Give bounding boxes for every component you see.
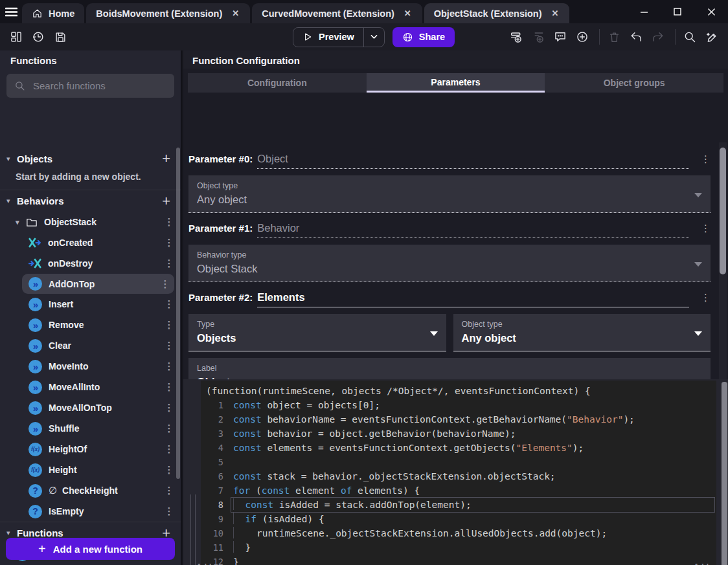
- row-menu-icon[interactable]: ⋮: [160, 278, 170, 290]
- parameter-0-object-type-select[interactable]: Object type Any object: [188, 175, 711, 213]
- titlebar-tab-curvedmovement[interactable]: CurvedMovement (Extension)✕: [252, 3, 422, 23]
- row-menu-icon[interactable]: ⋮: [164, 485, 174, 496]
- redo-icon[interactable]: [648, 27, 668, 47]
- add-event-icon[interactable]: [506, 27, 526, 47]
- code-line-4[interactable]: 4const elements = eventsFunctionContext.…: [201, 441, 716, 455]
- parameter-2-object-type-select[interactable]: Object type Any object: [453, 314, 711, 351]
- edit-icon[interactable]: [702, 27, 722, 47]
- row-menu-icon[interactable]: ⋮: [164, 360, 174, 372]
- close-tab-icon[interactable]: ✕: [403, 8, 413, 18]
- preview-dropdown-button[interactable]: [364, 28, 384, 47]
- maximize-button[interactable]: [661, 0, 694, 23]
- function-row-oncreated[interactable]: onCreated⋮: [0, 232, 181, 253]
- search-functions-box[interactable]: [6, 74, 174, 98]
- function-row-insert[interactable]: »Insert⋮: [0, 294, 181, 315]
- row-menu-icon[interactable]: ⋮: [164, 464, 174, 476]
- sidebar-scrollbar[interactable]: [176, 148, 180, 479]
- parameter-1-behavior-type-select[interactable]: Behavior type Object Stack: [188, 245, 711, 282]
- row-menu-icon[interactable]: ⋮: [164, 443, 174, 455]
- search-functions-input[interactable]: [32, 80, 166, 92]
- behavior-action-icon: »: [28, 318, 42, 332]
- function-row-shuffle[interactable]: »Shuffle⋮: [0, 418, 181, 439]
- main-menu-button[interactable]: [0, 0, 22, 23]
- panels-icon[interactable]: [6, 27, 26, 47]
- search-icon[interactable]: [680, 27, 700, 47]
- row-menu-icon[interactable]: ⋮: [164, 237, 174, 249]
- parameter-2-menu-icon[interactable]: ⋮: [701, 292, 711, 304]
- row-menu-icon[interactable]: ⋮: [164, 402, 174, 414]
- parameters-scrollbar-thumb[interactable]: [720, 148, 726, 274]
- code-line-3[interactable]: 3const behavior = object.getBehavior(beh…: [201, 427, 716, 441]
- function-row-moveallontop[interactable]: »MoveAllOnTop⋮: [0, 397, 181, 418]
- row-menu-icon[interactable]: ⋮: [164, 340, 174, 351]
- tab-configuration[interactable]: Configuration: [188, 73, 367, 93]
- parameter-0-name-input[interactable]: Object: [257, 153, 689, 169]
- row-menu-icon[interactable]: ⋮: [164, 298, 174, 310]
- tab-parameters[interactable]: Parameters: [367, 73, 545, 93]
- section-header-objects[interactable]: ▾Objects+: [0, 148, 181, 170]
- close-button[interactable]: [694, 0, 728, 23]
- titlebar-tab-boidsmovement[interactable]: BoidsMovement (Extension)✕: [86, 3, 250, 23]
- titlebar-tab-objectstack[interactable]: ObjectStack (Extension)✕: [424, 3, 570, 23]
- save-icon[interactable]: [51, 27, 70, 47]
- code-scrollbar-track[interactable]: [721, 382, 728, 565]
- history-icon[interactable]: [28, 27, 48, 47]
- parameters-scrollbar-track[interactable]: [719, 142, 727, 379]
- parameter-2-name-input[interactable]: Elements: [257, 291, 689, 307]
- row-menu-icon[interactable]: ⋮: [164, 505, 174, 517]
- minimize-button[interactable]: [627, 0, 661, 23]
- parameter-1-label: Parameter #1:: [188, 223, 253, 234]
- add-subevent-icon[interactable]: [529, 27, 548, 47]
- add-icon[interactable]: +: [159, 194, 173, 208]
- field-label: Object type: [197, 181, 691, 190]
- undo-icon[interactable]: [626, 27, 646, 47]
- section-header-behaviors[interactable]: ▾Behaviors+: [0, 190, 181, 212]
- close-tab-icon[interactable]: ✕: [551, 8, 560, 18]
- preview-button[interactable]: Preview: [293, 27, 385, 47]
- code-line-7[interactable]: 7for (const element of elements) {: [201, 483, 716, 498]
- function-row-addontop[interactable]: »AddOnTop⋮: [22, 274, 174, 294]
- chevron-down-icon[interactable]: ▾: [6, 197, 17, 205]
- parameter-2-type-select[interactable]: Type Objects: [188, 314, 446, 351]
- function-row-heightof[interactable]: f(x)HeightOf⋮: [0, 439, 181, 460]
- parameter-1-menu-icon[interactable]: ⋮: [701, 223, 711, 234]
- titlebar-tab-home[interactable]: Home: [22, 3, 84, 23]
- code-line-10[interactable]: 10 runtimeScene._objectStackExtension.al…: [201, 526, 716, 540]
- function-row-moveallinto[interactable]: »MoveAllInto⋮: [0, 377, 181, 397]
- add-circle-icon[interactable]: [573, 27, 592, 47]
- function-row-ondestroy[interactable]: onDestroy⋮: [0, 253, 181, 274]
- tab-object-groups[interactable]: Object groups: [545, 73, 723, 93]
- row-menu-icon[interactable]: ⋮: [164, 381, 174, 393]
- close-tab-icon[interactable]: ✕: [231, 8, 240, 18]
- function-row-moveinto[interactable]: »MoveInto⋮: [0, 356, 181, 377]
- code-line-5[interactable]: 5: [201, 455, 716, 469]
- function-row-clear[interactable]: »Clear⋮: [0, 335, 181, 356]
- parameter-0-menu-icon[interactable]: ⋮: [701, 153, 711, 165]
- function-row-remove[interactable]: »Remove⋮: [0, 315, 181, 335]
- folder-row-objectstack[interactable]: ▾ObjectStack⋮: [0, 212, 181, 232]
- code-line-2[interactable]: 2const behaviorName = eventsFunctionCont…: [201, 412, 716, 427]
- chevron-down-icon[interactable]: ▾: [16, 218, 26, 227]
- code-line-6[interactable]: 6const stack = behavior._objectStackExte…: [201, 469, 716, 483]
- chevron-down-icon[interactable]: ▾: [6, 529, 17, 537]
- code-line-9[interactable]: 9 if (isAdded) {: [201, 512, 716, 526]
- row-menu-icon[interactable]: ⋮: [164, 423, 174, 434]
- row-menu-icon[interactable]: ⋮: [164, 319, 174, 331]
- function-row-checkheight[interactable]: ?∅CheckHeight⋮: [0, 480, 181, 501]
- code-line-1[interactable]: 1const object = objects[0];: [201, 398, 716, 412]
- function-row-height[interactable]: f(x)Height⋮: [0, 460, 181, 480]
- code-line-11[interactable]: 11 }: [201, 540, 716, 555]
- row-menu-icon[interactable]: ⋮: [164, 216, 174, 228]
- code-scrollbar-thumb[interactable]: [722, 382, 727, 565]
- add-new-function-button[interactable]: + Add a new function: [6, 538, 175, 560]
- add-comment-icon[interactable]: [551, 27, 570, 47]
- add-icon[interactable]: +: [159, 151, 173, 166]
- trash-icon[interactable]: [604, 27, 624, 47]
- parameter-1-name-input[interactable]: Behavior: [257, 222, 689, 238]
- javascript-code-editor[interactable]: (function(runtimeScene, objects /*Object…: [201, 381, 716, 565]
- row-menu-icon[interactable]: ⋮: [164, 258, 174, 269]
- function-row-isempty[interactable]: ?IsEmpty⋮: [0, 501, 181, 522]
- code-line-8[interactable]: 8 const isAdded = stack.addOnTop(element…: [201, 498, 716, 512]
- share-button[interactable]: Share: [392, 27, 455, 47]
- chevron-down-icon[interactable]: ▾: [6, 155, 17, 163]
